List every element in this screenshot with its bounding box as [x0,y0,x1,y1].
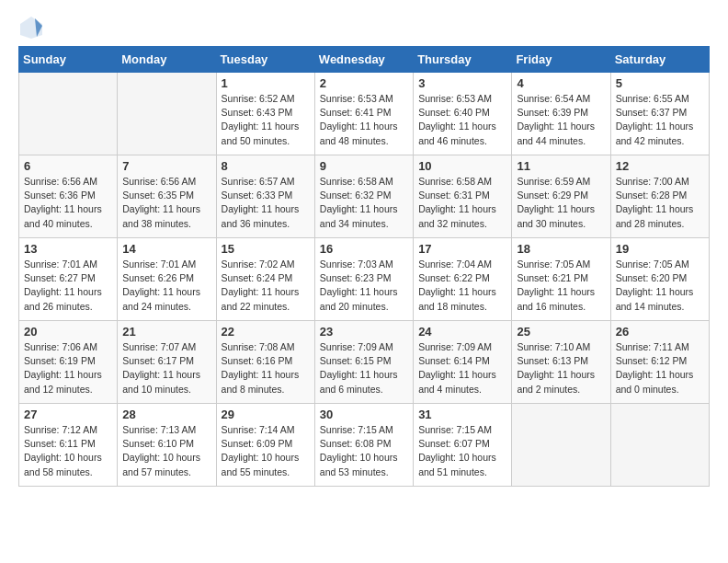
calendar-cell: 7Sunrise: 6:56 AMSunset: 6:35 PMDaylight… [118,155,216,238]
calendar-cell: 30Sunrise: 7:15 AMSunset: 6:08 PMDayligh… [314,404,413,487]
day-detail: Sunrise: 7:06 AMSunset: 6:19 PMDaylight:… [24,340,112,396]
day-detail: Sunrise: 6:53 AMSunset: 6:41 PMDaylight:… [320,92,408,148]
calendar-week-row: 20Sunrise: 7:06 AMSunset: 6:19 PMDayligh… [19,321,710,404]
day-number: 25 [517,325,605,339]
calendar-cell: 24Sunrise: 7:09 AMSunset: 6:14 PMDayligh… [414,321,512,404]
day-detail: Sunrise: 7:00 AMSunset: 6:28 PMDaylight:… [616,175,704,231]
day-detail: Sunrise: 7:08 AMSunset: 6:16 PMDaylight:… [222,340,310,396]
day-detail: Sunrise: 6:52 AMSunset: 6:43 PMDaylight:… [222,92,310,148]
day-detail: Sunrise: 7:10 AMSunset: 6:13 PMDaylight:… [517,340,605,396]
calendar-cell: 13Sunrise: 7:01 AMSunset: 6:27 PMDayligh… [19,238,118,321]
calendar-cell: 17Sunrise: 7:04 AMSunset: 6:22 PMDayligh… [414,238,512,321]
day-number: 16 [320,242,408,256]
calendar-cell: 28Sunrise: 7:13 AMSunset: 6:10 PMDayligh… [118,404,216,487]
day-number: 24 [418,325,506,339]
day-detail: Sunrise: 7:03 AMSunset: 6:23 PMDaylight:… [320,258,408,314]
calendar-cell: 22Sunrise: 7:08 AMSunset: 6:16 PMDayligh… [216,321,314,404]
calendar-cell [118,73,216,155]
day-number: 27 [24,408,112,421]
day-number: 15 [222,242,310,256]
day-detail: Sunrise: 7:07 AMSunset: 6:17 PMDaylight:… [122,340,210,396]
day-number: 9 [320,159,408,173]
weekday-header-wednesday: Wednesday [314,47,413,73]
weekday-header-sunday: Sunday [19,47,118,73]
calendar-week-row: 27Sunrise: 7:12 AMSunset: 6:11 PMDayligh… [19,404,710,487]
day-number: 21 [122,325,210,339]
day-number: 26 [616,325,704,339]
day-number: 23 [320,325,408,339]
calendar-header-row: SundayMondayTuesdayWednesdayThursdayFrid… [19,47,710,73]
calendar-cell: 8Sunrise: 6:57 AMSunset: 6:33 PMDaylight… [216,155,314,238]
calendar-cell: 4Sunrise: 6:54 AMSunset: 6:39 PMDaylight… [512,73,610,155]
day-detail: Sunrise: 6:56 AMSunset: 6:36 PMDaylight:… [24,175,112,231]
calendar-cell: 29Sunrise: 7:14 AMSunset: 6:09 PMDayligh… [216,404,314,487]
day-detail: Sunrise: 6:58 AMSunset: 6:32 PMDaylight:… [320,175,408,231]
day-number: 30 [320,408,408,421]
weekday-header-thursday: Thursday [414,47,512,73]
calendar-cell: 14Sunrise: 7:01 AMSunset: 6:26 PMDayligh… [118,238,216,321]
day-number: 7 [122,159,210,173]
calendar-week-row: 1Sunrise: 6:52 AMSunset: 6:43 PMDaylight… [19,73,710,155]
day-number: 22 [222,325,310,339]
calendar-cell: 31Sunrise: 7:15 AMSunset: 6:07 PMDayligh… [414,404,512,487]
calendar-cell: 11Sunrise: 6:59 AMSunset: 6:29 PMDayligh… [512,155,610,238]
calendar-cell: 25Sunrise: 7:10 AMSunset: 6:13 PMDayligh… [512,321,610,404]
day-number: 13 [24,242,112,256]
day-detail: Sunrise: 6:54 AMSunset: 6:39 PMDaylight:… [517,92,605,148]
day-detail: Sunrise: 7:12 AMSunset: 6:11 PMDaylight:… [24,423,112,479]
day-number: 17 [418,242,506,256]
day-number: 5 [616,76,704,90]
day-number: 11 [517,159,605,173]
calendar-cell: 10Sunrise: 6:58 AMSunset: 6:31 PMDayligh… [414,155,512,238]
calendar-cell: 6Sunrise: 6:56 AMSunset: 6:36 PMDaylight… [19,155,118,238]
calendar-cell: 15Sunrise: 7:02 AMSunset: 6:24 PMDayligh… [216,238,314,321]
calendar-cell: 12Sunrise: 7:00 AMSunset: 6:28 PMDayligh… [610,155,709,238]
day-detail: Sunrise: 6:56 AMSunset: 6:35 PMDaylight:… [122,175,210,231]
day-number: 2 [320,76,408,90]
calendar-cell: 2Sunrise: 6:53 AMSunset: 6:41 PMDaylight… [314,73,413,155]
day-number: 31 [418,408,506,421]
day-detail: Sunrise: 7:04 AMSunset: 6:22 PMDaylight:… [418,258,506,314]
day-detail: Sunrise: 7:11 AMSunset: 6:12 PMDaylight:… [616,340,704,396]
calendar-cell: 18Sunrise: 7:05 AMSunset: 6:21 PMDayligh… [512,238,610,321]
calendar-cell: 5Sunrise: 6:55 AMSunset: 6:37 PMDaylight… [610,73,709,155]
day-detail: Sunrise: 7:01 AMSunset: 6:26 PMDaylight:… [122,258,210,314]
day-number: 4 [517,76,605,90]
day-detail: Sunrise: 6:57 AMSunset: 6:33 PMDaylight:… [222,175,310,231]
calendar-cell: 19Sunrise: 7:05 AMSunset: 6:20 PMDayligh… [610,238,709,321]
day-number: 18 [517,242,605,256]
day-detail: Sunrise: 7:09 AMSunset: 6:15 PMDaylight:… [320,340,408,396]
logo [18,15,48,40]
day-number: 8 [222,159,310,173]
weekday-header-tuesday: Tuesday [216,47,314,73]
day-detail: Sunrise: 7:01 AMSunset: 6:27 PMDaylight:… [24,258,112,314]
calendar-cell: 20Sunrise: 7:06 AMSunset: 6:19 PMDayligh… [19,321,118,404]
day-detail: Sunrise: 6:58 AMSunset: 6:31 PMDaylight:… [418,175,506,231]
calendar-cell: 23Sunrise: 7:09 AMSunset: 6:15 PMDayligh… [314,321,413,404]
calendar-cell: 16Sunrise: 7:03 AMSunset: 6:23 PMDayligh… [314,238,413,321]
day-number: 1 [222,76,310,90]
day-detail: Sunrise: 7:14 AMSunset: 6:09 PMDaylight:… [222,423,310,479]
calendar-table: SundayMondayTuesdayWednesdayThursdayFrid… [18,46,710,487]
weekday-header-friday: Friday [512,47,610,73]
day-detail: Sunrise: 6:59 AMSunset: 6:29 PMDaylight:… [517,175,605,231]
day-number: 29 [222,408,310,421]
weekday-header-monday: Monday [118,47,216,73]
calendar-week-row: 13Sunrise: 7:01 AMSunset: 6:27 PMDayligh… [19,238,710,321]
day-detail: Sunrise: 7:13 AMSunset: 6:10 PMDaylight:… [122,423,210,479]
calendar-cell [610,404,709,487]
day-number: 28 [122,408,210,421]
calendar-week-row: 6Sunrise: 6:56 AMSunset: 6:36 PMDaylight… [19,155,710,238]
calendar-cell: 27Sunrise: 7:12 AMSunset: 6:11 PMDayligh… [19,404,118,487]
day-number: 3 [418,76,506,90]
calendar-cell: 21Sunrise: 7:07 AMSunset: 6:17 PMDayligh… [118,321,216,404]
day-number: 14 [122,242,210,256]
day-number: 10 [418,159,506,173]
day-detail: Sunrise: 6:53 AMSunset: 6:40 PMDaylight:… [418,92,506,148]
day-detail: Sunrise: 7:02 AMSunset: 6:24 PMDaylight:… [222,258,310,314]
day-detail: Sunrise: 7:05 AMSunset: 6:21 PMDaylight:… [517,258,605,314]
day-number: 12 [616,159,704,173]
day-number: 19 [616,242,704,256]
header [18,15,710,40]
calendar-cell [512,404,610,487]
